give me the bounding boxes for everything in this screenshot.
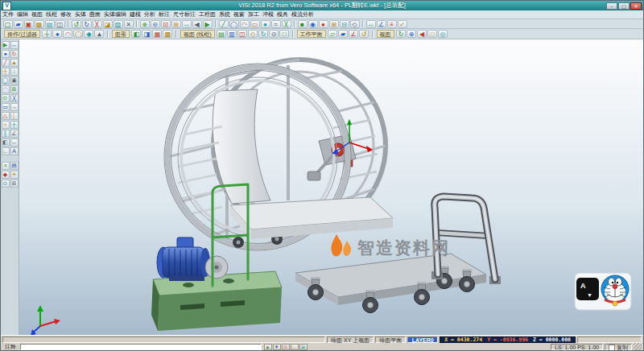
surface-filter-icon[interactable]: ◆ [84,30,93,38]
snap-icon[interactable]: ⊙ [2,180,10,188]
menu-item-1[interactable]: 编辑 [15,10,30,19]
move-tool-icon[interactable]: ↔ [10,41,19,49]
shell-solid-icon[interactable]: ◇ [350,20,360,28]
rotate-view-icon[interactable]: ↻ [258,30,268,38]
rectangle-icon[interactable]: ▭ [250,20,260,28]
boolean-union-icon[interactable]: ⊞ [329,20,339,28]
print-preview-icon[interactable]: ◫ [56,20,65,28]
mirror-tool-icon[interactable]: ◧ [2,138,10,147]
3d-viewport[interactable]: 智造资料网 A ▼ [19,39,643,335]
prompt-previous-icon[interactable]: ▲ [264,344,272,350]
menu-item-0[interactable]: 文件 [1,10,15,19]
front-view-icon[interactable]: ▥ [227,30,237,38]
menu-item-14[interactable]: 视窗 [232,10,246,19]
previous-view2-icon[interactable]: ◀ [417,30,427,38]
menu-item-16[interactable]: 冲模 [261,10,275,19]
print-icon[interactable]: ▤ [45,20,55,28]
workplane-reset-icon[interactable]: ↺ [359,30,369,38]
cut-icon[interactable]: ╳ [93,20,102,28]
menu-item-2[interactable]: 视图 [30,10,44,19]
paste-icon[interactable]: ▨ [114,20,123,28]
menu-item-8[interactable]: 建模 [128,10,142,19]
redo-icon[interactable]: ↻ [82,20,92,28]
menu-item-9[interactable]: 分析 [142,10,157,19]
snap-toggle-icon[interactable]: ⊙ [282,344,290,350]
previous-view-icon[interactable]: ◀ [192,20,202,28]
undo-icon[interactable]: ↺ [72,20,81,28]
ortho-toggle-icon[interactable]: ∟ [291,344,299,350]
scale-tool-icon[interactable]: ▲ [10,59,19,67]
open-folder-icon[interactable]: ▰ [14,20,23,28]
stretch-tool-icon[interactable]: ↕ [10,68,19,76]
extrude-solid-icon[interactable]: ■ [298,20,308,28]
menu-item-13[interactable]: 系统 [217,10,232,19]
select-arrow-icon[interactable]: ▶ [2,41,10,49]
active-layer-indicator[interactable]: LAYER0 [407,337,438,343]
copy-icon[interactable]: ◪ [103,20,113,28]
line-icon[interactable]: ╱ [219,20,229,28]
layer-icon[interactable]: ≡ [2,162,10,170]
menu-item-18[interactable]: 模流分析 [290,10,316,19]
solid-filter-icon[interactable]: ▲ [94,30,104,38]
menu-item-5[interactable]: 实体 [73,10,88,19]
circle-icon[interactable]: ◯ [229,20,239,28]
array-tool-icon[interactable]: ⊞ [10,85,19,93]
center-view-icon[interactable]: ⊕ [407,30,416,38]
trim-icon[interactable]: ╳ [282,20,291,28]
grid-icon[interactable]: ⊞ [10,180,19,188]
pan-icon[interactable]: ↔ [182,20,192,28]
menu-item-17[interactable]: 模具 [275,10,290,19]
menu-item-7[interactable]: 实体编辑 [102,10,128,19]
point-tool-icon[interactable]: ● [2,50,10,58]
hidden-line-mode-icon[interactable]: ▦ [152,30,162,38]
dynamic-zoom-icon[interactable]: ⊙ [269,30,279,38]
rectangle-tool-icon[interactable]: ▭ [2,103,10,111]
maximize-button[interactable]: ▢ [618,2,630,10]
prompt-next-icon[interactable]: ▼ [273,344,281,350]
ellipse-tool-icon[interactable]: ⊙ [2,94,10,102]
all-filter-icon[interactable]: ┼ [42,30,52,38]
viewport-canvas[interactable]: 智造资料网 A ▼ [19,39,643,335]
save-icon[interactable]: ▣ [24,20,34,28]
options-icon[interactable]: ✓ [398,20,407,28]
dimension-tool-icon[interactable]: ↔ [10,138,19,147]
delete-icon[interactable]: ✕ [124,20,134,28]
join-tool-icon[interactable]: ┼ [10,121,19,129]
circle-tool-icon[interactable]: ◯ [2,76,10,85]
copy-checkbox[interactable] [609,345,615,351]
polygon-tool-icon[interactable]: △ [2,112,10,120]
chamfer-tool-icon[interactable]: ∠ [10,130,19,138]
sphere-solid-icon[interactable]: ● [319,20,328,28]
extend-tool-icon[interactable]: → [10,103,19,111]
zoom-out-icon[interactable]: ⊖ [151,20,160,28]
zoom-all-icon[interactable]: ⊞ [171,20,181,28]
measure-angle-icon[interactable]: ∠ [377,20,386,28]
menu-item-12[interactable]: 工程图 [197,10,217,19]
measure-distance-icon[interactable]: ↔ [366,20,376,28]
resize-grip[interactable] [634,343,642,350]
right-view-icon[interactable]: ◫ [237,30,247,38]
refresh-view-icon[interactable]: ↻ [396,30,406,38]
menu-item-3[interactable]: 线框 [44,10,59,19]
text-tool-icon[interactable]: A [10,147,19,155]
trim-tool-icon[interactable]: ╳ [10,94,19,102]
properties-icon[interactable]: ▤ [10,162,19,170]
top-view-icon[interactable]: ▤ [217,30,226,38]
frame-view-icon[interactable]: □ [427,30,437,38]
point-filter-icon[interactable]: ● [52,30,62,38]
spline-icon[interactable]: ≈ [271,20,281,28]
workplane-by-face-icon[interactable]: ∠ [349,30,358,38]
menu-item-4[interactable]: 修改 [59,10,73,19]
light-icon[interactable]: ☀ [10,171,19,179]
save-all-icon[interactable]: ▦ [35,20,44,28]
minimize-button[interactable]: – [606,2,617,10]
copy-tool-icon[interactable]: ▣ [10,76,19,85]
close-button[interactable]: ✕ [630,2,642,10]
single-view-icon[interactable]: □ [279,30,289,38]
arc-icon[interactable]: ◠ [240,20,250,28]
rotate-tool-icon[interactable]: ↻ [10,50,19,58]
point-icon[interactable]: ● [261,20,270,28]
menu-item-6[interactable]: 曲面 [88,10,102,19]
new-file-icon[interactable]: ▢ [3,20,13,28]
arc-tool-icon[interactable]: ◠ [2,85,10,93]
